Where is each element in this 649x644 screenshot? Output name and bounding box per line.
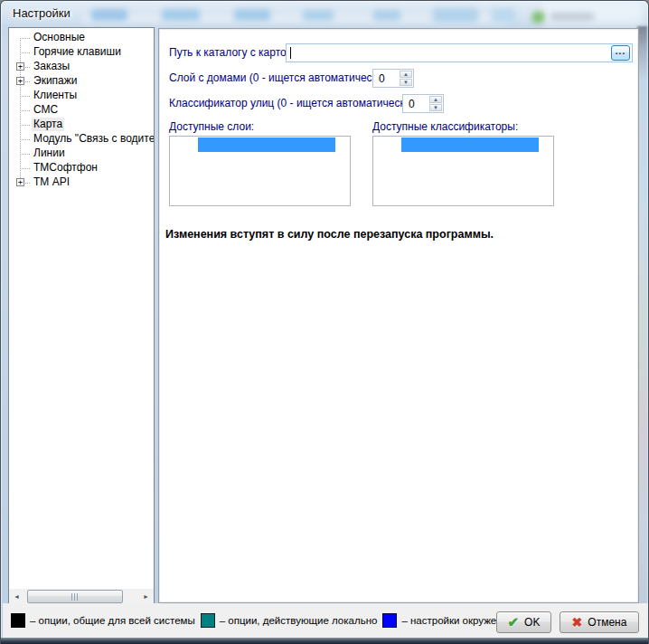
available-layers-label: Доступные слои: xyxy=(169,120,254,133)
tree-item-8[interactable]: Линии xyxy=(9,147,154,161)
spinner-buttons: ▲ ▼ xyxy=(428,95,443,112)
tree-item-label: ТМСофтфон xyxy=(32,161,99,175)
background-blur-decoration xyxy=(532,12,544,23)
legend-label: – опции, общие для всей системы xyxy=(30,615,195,626)
ok-button-label: OK xyxy=(524,616,540,629)
browse-button[interactable]: ... xyxy=(611,45,630,61)
street-classifier-spinner[interactable]: 0 ▲ ▼ xyxy=(402,94,444,113)
tree-item-label: Основные xyxy=(32,31,87,44)
tree-items: ОсновныеГорячие клавиши+Заказы+ЭкипажиКл… xyxy=(9,31,154,190)
scrollbar-grip-icon xyxy=(71,593,79,601)
title-bar[interactable]: Настройки xyxy=(1,1,648,26)
tree-item-label: Карта xyxy=(32,118,64,131)
houses-layer-value[interactable]: 0 xyxy=(373,70,399,87)
options-legend: – опции, общие для всей системы– опции, … xyxy=(11,603,519,638)
tree-connector xyxy=(20,139,30,140)
row-indicator-cell xyxy=(171,137,197,152)
bottom-bar: – опции, общие для всей системы– опции, … xyxy=(3,603,648,638)
tree-item-label: Заказы xyxy=(32,60,71,73)
cancel-button[interactable]: ✖ Отмена xyxy=(560,611,639,633)
background-blur-decoration xyxy=(303,10,334,21)
row-indicator-cell xyxy=(374,137,400,152)
expand-icon[interactable]: + xyxy=(16,77,24,85)
cross-icon: ✖ xyxy=(572,615,583,630)
street-classifier-label: Классификатор улиц (0 - ищется автоматич… xyxy=(169,97,418,109)
map-path-input[interactable] xyxy=(288,45,607,60)
tree-item-9[interactable]: ТМСофтфон xyxy=(9,161,154,175)
tree-item-3[interactable]: +Экипажи xyxy=(9,74,154,89)
tree-horizontal-scrollbar[interactable]: ◄ ► xyxy=(9,589,154,604)
background-blur-decoration xyxy=(433,8,478,23)
tree-item-10[interactable]: +ТМ API xyxy=(9,175,154,190)
tree-item-5[interactable]: СМС xyxy=(9,103,154,118)
list-item[interactable] xyxy=(374,137,552,152)
expand-icon[interactable]: + xyxy=(16,62,24,71)
settings-window: Настройки ОсновныеГорячие клавиши+Заказы… xyxy=(0,0,649,644)
expand-icon[interactable]: + xyxy=(16,178,24,186)
legend-label: – опции, действующие локально xyxy=(220,615,378,626)
legend-color-swatch xyxy=(201,613,215,628)
houses-layer-label: Слой с домами (0 - ищется автоматически)… xyxy=(169,71,390,84)
available-classifiers-label: Доступные классификаторы: xyxy=(372,120,518,133)
background-blur-decoration xyxy=(492,8,515,23)
available-classifiers-list[interactable] xyxy=(372,136,554,206)
scrollbar-thumb[interactable] xyxy=(27,590,123,603)
houses-layer-spinner[interactable]: 0 ▲ ▼ xyxy=(372,69,414,88)
spin-down-icon[interactable]: ▼ xyxy=(429,104,442,111)
window-bottom-edge xyxy=(1,638,648,644)
tree-item-6[interactable]: Карта xyxy=(9,118,154,132)
tree-connector xyxy=(20,125,30,126)
tree-item-7[interactable]: Модуль "Связь с водителем" xyxy=(9,132,154,147)
restart-notice: Изменения вступят в силу после перезапус… xyxy=(165,228,494,241)
legend-color-swatch xyxy=(382,613,397,628)
settings-tree[interactable]: ОсновныеГорячие клавиши+Заказы+ЭкипажиКл… xyxy=(8,27,155,605)
background-blur-decoration xyxy=(550,13,594,21)
tree-connector xyxy=(20,52,30,53)
selected-row-highlight[interactable] xyxy=(401,137,539,152)
map-path-label: Путь к каталогу с картой: xyxy=(169,46,296,59)
spin-up-icon[interactable]: ▲ xyxy=(429,96,442,103)
map-settings-panel: Путь к каталогу с картой: ... Слой с дом… xyxy=(158,28,639,603)
scroll-left-icon[interactable]: ◄ xyxy=(9,589,24,604)
available-layers-list[interactable] xyxy=(169,136,351,206)
background-blur-decoration xyxy=(91,9,127,21)
tree-item-label: СМС xyxy=(32,103,60,117)
tree-connector xyxy=(20,38,30,39)
ok-button[interactable]: ✔ OK xyxy=(496,611,551,633)
window-title: Настройки xyxy=(13,6,71,20)
tree-connector xyxy=(20,168,30,169)
spinner-buttons: ▲ ▼ xyxy=(399,70,413,87)
tree-item-1[interactable]: Горячие клавиши xyxy=(9,45,154,60)
background-blur-decoration xyxy=(373,10,400,21)
street-classifier-value[interactable]: 0 xyxy=(403,95,428,112)
tree-item-label: ТМ API xyxy=(32,175,71,189)
spin-down-icon[interactable]: ▼ xyxy=(400,79,412,86)
tree-item-label: Модуль "Связь с водителем" xyxy=(32,132,155,146)
text-caret xyxy=(290,47,291,59)
tree-item-label: Горячие клавиши xyxy=(32,45,123,59)
legend-color-swatch xyxy=(11,613,25,628)
check-icon: ✔ xyxy=(508,614,520,630)
scroll-right-icon[interactable]: ► xyxy=(138,589,154,604)
tree-item-2[interactable]: +Заказы xyxy=(9,60,154,74)
list-item[interactable] xyxy=(171,137,349,152)
background-blur-decoration xyxy=(234,9,270,21)
tree-item-label: Клиенты xyxy=(32,89,79,102)
tree-item-4[interactable]: Клиенты xyxy=(9,89,154,103)
background-blur-decoration xyxy=(162,9,200,21)
selected-row-highlight[interactable] xyxy=(198,137,335,152)
spin-up-icon[interactable]: ▲ xyxy=(400,71,412,78)
tree-item-label: Линии xyxy=(32,147,67,160)
cancel-button-label: Отмена xyxy=(588,616,626,629)
tree-connector xyxy=(20,110,30,111)
map-path-input-wrap[interactable]: ... xyxy=(286,43,633,62)
tree-item-0[interactable]: Основные xyxy=(9,31,154,45)
tree-connector xyxy=(20,154,30,155)
tree-connector xyxy=(20,96,30,97)
tree-item-label: Экипажи xyxy=(32,74,79,88)
